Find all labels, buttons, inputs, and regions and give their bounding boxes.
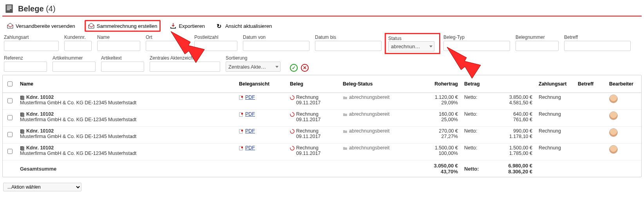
select-all-checkbox[interactable] (7, 79, 13, 89)
document-icon (4, 3, 15, 14)
folder-icon (343, 146, 347, 151)
col-beleg[interactable]: Beleg (287, 75, 340, 93)
col-rohertrag[interactable]: Rohertrag (418, 75, 461, 93)
betrag-gross: 1.785,00 € (509, 151, 532, 156)
beleg-type: Rechnung (296, 111, 318, 117)
export-button[interactable]: Exportieren (168, 21, 207, 31)
betrag-label: Netto: (461, 93, 492, 110)
rohertrag-pct: 25,00% (441, 117, 458, 122)
customer-sub: Musterfirma GmbH & Co. KG DE-12345 Muste… (20, 134, 136, 139)
sortierung-select[interactable]: Zentrales Akte… (226, 62, 280, 72)
table-row: Kdnr. 10102 Musterfirma GmbH & Co. KG DE… (3, 110, 641, 127)
rohertrag-pct: 27,27% (441, 134, 458, 139)
belegnummer-input[interactable] (516, 41, 559, 51)
avatar-icon (609, 111, 618, 120)
refresh-icon: ↻ (217, 23, 223, 29)
svg-rect-2 (7, 7, 12, 8)
zak-input[interactable] (150, 62, 220, 72)
pdf-icon (239, 146, 244, 151)
col-belegansicht[interactable]: Belegansicht (236, 75, 287, 93)
document-icon (20, 112, 25, 117)
plz-input[interactable] (194, 41, 237, 51)
filter-label: Belegnummer (516, 35, 559, 40)
betrag-gross: 761,60 € (513, 117, 532, 122)
zahlungsart-text: Rechnung (535, 127, 575, 144)
svg-rect-20 (21, 147, 24, 151)
svg-rect-12 (21, 113, 24, 117)
betreff-input[interactable] (564, 41, 631, 51)
page-header: Belege (4) (2, 2, 642, 15)
customer-sub: Musterfirma GmbH & Co. KG DE-12345 Muste… (20, 117, 136, 122)
svg-rect-4 (7, 9, 10, 10)
artikeltext-input[interactable] (101, 62, 144, 72)
beleg-date: 09.11.2017 (296, 151, 321, 156)
ort-input[interactable] (146, 41, 189, 51)
svg-rect-16 (21, 130, 24, 134)
name-input[interactable] (97, 41, 140, 51)
avatar-icon (609, 95, 618, 103)
customer-sub: Musterfirma GmbH & Co. KG DE-12345 Muste… (20, 100, 136, 105)
filter-label: Zentrales Aktenzeichen (150, 55, 220, 61)
status-highlight: Status abrechnun… (385, 33, 440, 54)
status-text: abrechnungsbereit (349, 111, 390, 117)
pdf-link[interactable]: PDF (245, 145, 255, 151)
datum-bis-input[interactable] (315, 41, 382, 51)
customer-sub: Musterfirma GmbH & Co. KG DE-12345 Muste… (20, 151, 136, 156)
col-beleg-status[interactable]: Beleg-Status (340, 75, 418, 93)
referenz-input[interactable] (4, 62, 47, 72)
zahlungsart-input[interactable] (4, 41, 59, 51)
col-name[interactable]: Name (17, 75, 236, 93)
row-checkbox[interactable] (7, 129, 13, 140)
apply-filter-button[interactable]: ✓ (290, 64, 298, 72)
row-checkbox[interactable] (7, 113, 13, 123)
beleg-date: 09.11.2017 (296, 100, 321, 105)
betrag-label: Netto: (461, 127, 492, 144)
kundennr-input[interactable] (64, 41, 92, 51)
clear-filter-button[interactable]: ✕ (301, 64, 309, 72)
col-betreff[interactable]: Betreff (575, 75, 606, 93)
refresh-button[interactable]: ↻ Ansicht aktualisieren (214, 21, 274, 31)
chevron-down-icon (429, 45, 432, 47)
customer-title: Kdnr. 10102 (26, 111, 54, 117)
row-checkbox[interactable] (7, 96, 13, 106)
betrag-net: 1.500,00 € (509, 145, 532, 151)
envelope-open-icon (7, 23, 13, 29)
filter-label: Zahlungsart (4, 35, 59, 40)
beleg-typ-input[interactable] (443, 41, 510, 51)
rohertrag-pct: 100,00% (439, 151, 458, 156)
folder-icon (343, 129, 347, 134)
betrag-gross: 1.178,10 € (509, 134, 532, 139)
beleg-type: Rechnung (296, 145, 318, 151)
beleg-type: Rechnung (296, 128, 318, 134)
filter-label: Kundennr. (64, 35, 92, 40)
customer-title: Kdnr. 10102 (26, 145, 54, 151)
invoice-icon (290, 146, 295, 151)
filter-label: Artikeltext (101, 55, 144, 61)
table-row: Kdnr. 10102 Musterfirma GmbH & Co. KG DE… (3, 93, 641, 110)
artikelnummer-input[interactable] (52, 62, 96, 72)
bulk-action-select[interactable]: ...Aktion wählen (3, 183, 81, 191)
status-select[interactable]: abrechnun… (388, 41, 434, 51)
divider (2, 16, 642, 16)
create-summary-button[interactable]: Sammelrechnung erstellen (85, 20, 161, 32)
pdf-link[interactable]: PDF (245, 128, 255, 134)
send-ready-button[interactable]: Versandbereite versenden (5, 21, 78, 31)
table-row: Kdnr. 10102 Musterfirma GmbH & Co. KG DE… (3, 127, 641, 144)
col-zahlungsart[interactable]: Zahlungsart (535, 75, 575, 93)
filter-label: Beleg-Typ (443, 35, 510, 40)
svg-rect-1 (7, 5, 12, 6)
filter-row-2: Referenz Artikelnummer Artikeltext Zentr… (2, 55, 642, 75)
col-betrag[interactable]: Betrag (461, 75, 492, 93)
col-bearbeiter[interactable]: Bearbeiter (606, 75, 641, 93)
rohertrag-pct: 29,09% (441, 100, 458, 105)
zahlungsart-text: Rechnung (535, 110, 575, 127)
row-checkbox[interactable] (7, 146, 13, 156)
rohertrag-amount: 270,00 € (439, 128, 458, 134)
beleg-type: Rechnung (296, 95, 318, 100)
document-icon (20, 146, 25, 151)
pdf-link[interactable]: PDF (245, 95, 255, 100)
beleg-date: 09.11.2017 (296, 134, 321, 139)
pdf-link[interactable]: PDF (245, 111, 255, 117)
datum-von-input[interactable] (243, 41, 309, 51)
rohertrag-amount: 1.120,00 € (435, 95, 458, 100)
